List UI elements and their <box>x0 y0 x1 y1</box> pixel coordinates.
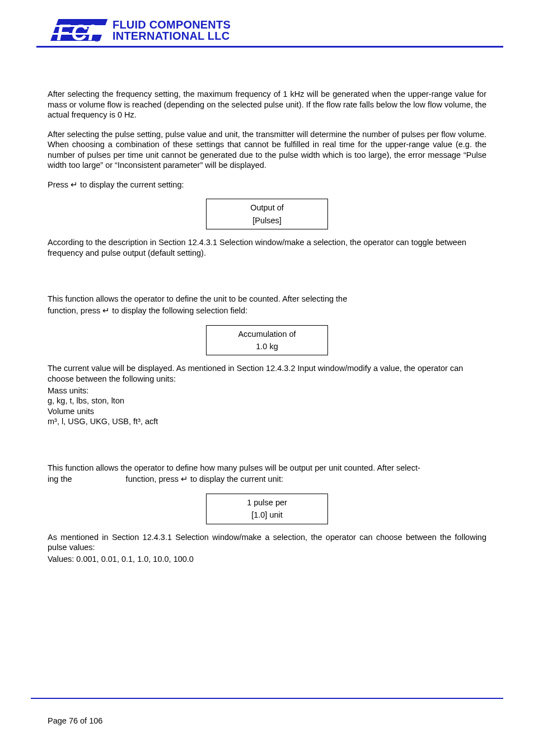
volume-units-values: m³, l, USG, UKG, USB, ft³, acft <box>48 416 486 427</box>
svg-text:R: R <box>96 38 99 41</box>
paragraph: This function allows the operator to def… <box>48 294 486 304</box>
pulse-values-list: Values: 0.001, 0.01, 0.1, 1.0, 10.0, 100… <box>48 554 486 565</box>
text: function, press ↵ to display the current… <box>126 475 283 483</box>
body-content: After selecting the frequency setting, t… <box>48 89 486 564</box>
display-box-accumulation: Accumulation of 1.0 kg <box>206 325 328 356</box>
volume-units-label: Volume units <box>48 406 486 417</box>
mass-units-values: g, kg, t, lbs, ston, lton <box>48 396 486 406</box>
display-line: Accumulation of <box>211 328 323 340</box>
paragraph: After selecting the pulse setting, pulse… <box>48 129 486 171</box>
logo-text-line1: FLUID COMPONENTS <box>113 19 231 30</box>
text: ing the <box>48 475 72 483</box>
header-divider <box>36 46 503 50</box>
logo-mark-icon: F C I R <box>48 18 109 43</box>
display-line: [1.0] unit <box>211 509 323 521</box>
units-block: Mass units: g, kg, t, lbs, ston, lton Vo… <box>48 386 486 427</box>
text: This function allows the operator to def… <box>48 463 420 472</box>
paragraph: According to the description in Section … <box>48 237 486 258</box>
text: This function allows the operator to def… <box>48 294 347 303</box>
page: F C I R FLUID COMPONENTS INTERNATIONAL L… <box>0 0 534 756</box>
paragraph: The current value will be displayed. As … <box>48 363 486 384</box>
display-line: Output of <box>211 201 323 214</box>
svg-text:C: C <box>71 20 88 43</box>
display-line: [Pulses] <box>211 214 323 227</box>
logo-text-line2: INTERNATIONAL LLC <box>113 30 231 41</box>
page-number: Page 76 of 106 <box>48 716 102 725</box>
logo-text: FLUID COMPONENTS INTERNATIONAL LLC <box>113 19 231 41</box>
footer-divider <box>31 698 503 699</box>
display-line: 1.0 kg <box>211 340 323 353</box>
mass-units-label: Mass units: <box>48 386 486 396</box>
svg-text:F: F <box>57 20 71 43</box>
svg-text:I: I <box>88 20 95 43</box>
paragraph: This function allows the operator to def… <box>48 463 486 473</box>
paragraph: As mentioned in Section 12.4.3.1 Selecti… <box>48 532 486 553</box>
paragraph: function, press ↵ to display the followi… <box>48 306 486 316</box>
display-line: 1 pulse per <box>211 496 323 509</box>
display-box-output: Output of [Pulses] <box>206 199 328 229</box>
paragraph: After selecting the frequency setting, t… <box>48 89 486 120</box>
company-logo: F C I R FLUID COMPONENTS INTERNATIONAL L… <box>48 18 503 43</box>
display-box-pulse: 1 pulse per [1.0] unit <box>206 494 328 524</box>
paragraph: Press ↵ to display the current setting: <box>48 180 486 190</box>
paragraph: ing the function, press ↵ to display the… <box>48 474 486 485</box>
